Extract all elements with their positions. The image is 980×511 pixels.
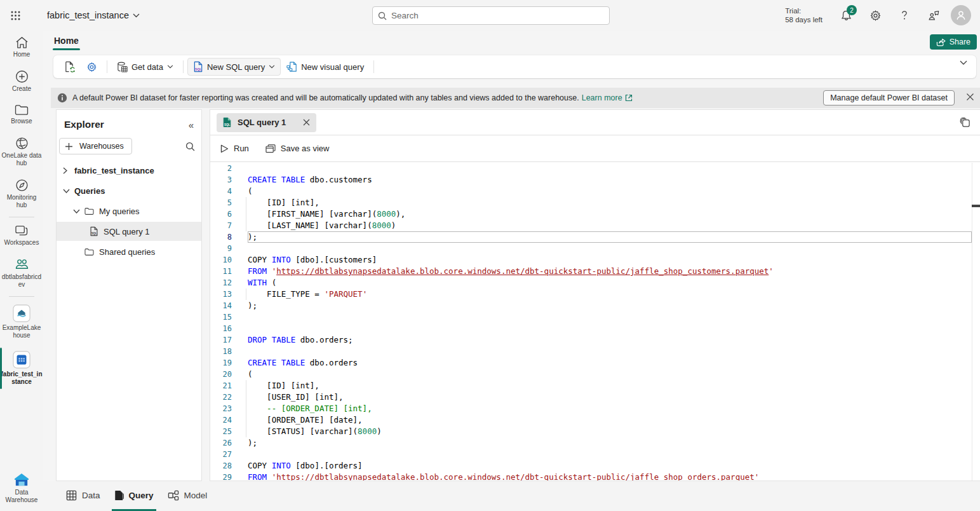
code-line-23[interactable]: 23 -- [ORDER_DATE] [int], — [210, 403, 980, 414]
tree-item-queries[interactable]: Queries — [57, 181, 201, 200]
banner-close-icon[interactable] — [966, 93, 974, 101]
code-line-8[interactable]: 8); — [210, 231, 980, 243]
code-line-22[interactable]: 22 [USER_ID] [int], — [210, 392, 980, 403]
code-line-4[interactable]: 4( — [210, 186, 980, 197]
search-input[interactable]: Search — [372, 6, 610, 25]
nav-item-browse[interactable]: Browse — [0, 99, 43, 131]
top-bar: fabric_test_instance Search Trial: 58 da… — [0, 0, 980, 31]
nav-item-examplelakehouse[interactable]: ExampleLakehouse — [0, 299, 43, 345]
help-button[interactable] — [890, 0, 919, 31]
nav-item-fabric-test-instance[interactable]: fabric_test_instance — [0, 345, 43, 392]
tab-model[interactable]: Model — [165, 482, 210, 511]
query-doc-icon — [114, 490, 124, 501]
code-line-9[interactable]: 9 — [210, 243, 980, 254]
new-sql-query-button[interactable]: SQL New SQL query — [187, 58, 281, 76]
code-line-21[interactable]: 21 [ID] [int], — [210, 380, 980, 392]
tree-item-warehouse[interactable]: fabric_test_instance — [57, 161, 201, 180]
folder-icon — [84, 207, 94, 215]
code-line-3[interactable]: 3CREATE TABLE dbo.customers — [210, 174, 980, 186]
collapse-ribbon-button[interactable] — [960, 60, 967, 65]
code-line-19[interactable]: 19CREATE TABLE dbo.orders — [210, 357, 980, 369]
code-line-18[interactable]: 18 — [210, 346, 980, 357]
gear-blue-icon — [86, 62, 97, 72]
tree-item-my-queries[interactable]: My queries — [57, 201, 201, 221]
new-visual-query-button[interactable]: New visual query — [281, 58, 370, 76]
code-line-5[interactable]: 5 [ID] [int], — [210, 197, 980, 208]
close-tab-icon[interactable] — [303, 119, 310, 126]
svg-text:SQL: SQL — [195, 67, 203, 71]
explorer-panel: Explorer « Warehouses fabric_test_instan… — [56, 109, 202, 481]
model-diagram-icon — [168, 490, 179, 501]
data-grid-icon — [66, 490, 77, 501]
menu-tab-row: Home Share — [43, 31, 980, 53]
nav-divider — [9, 217, 34, 217]
code-line-28[interactable]: 28COPY INTO [dbo].[orders] — [210, 460, 980, 472]
code-line-27[interactable]: 27 — [210, 449, 980, 460]
code-line-26[interactable]: 26); — [210, 437, 980, 449]
code-line-29[interactable]: 29FROM 'https://dbtlabsynapsedatalake.bl… — [210, 472, 980, 480]
tree-item-sql-query-1[interactable]: SQL SQL query 1 — [57, 222, 201, 241]
manage-dataset-button[interactable]: Manage default Power BI dataset — [823, 90, 955, 106]
info-icon — [57, 93, 67, 103]
code-line-14[interactable]: 14); — [210, 300, 980, 311]
sql-editor[interactable]: 23CREATE TABLE dbo.customers4(5 [ID] [in… — [210, 163, 980, 480]
run-button[interactable]: Run — [220, 144, 249, 153]
trial-status: Trial: 58 days left — [785, 6, 822, 24]
tool-settings-button[interactable] — [81, 58, 103, 76]
app-launcher-icon[interactable] — [0, 0, 30, 31]
notifications-button[interactable]: 2 — [831, 0, 861, 31]
onelake-icon — [15, 137, 29, 150]
tab-sql-query-1[interactable]: SQL SQL query 1 — [217, 113, 316, 132]
new-warehouse-button[interactable]: Warehouses — [59, 138, 132, 154]
explorer-search-icon[interactable] — [185, 142, 195, 151]
save-as-view-button[interactable]: Save as view — [265, 144, 330, 153]
code-line-13[interactable]: 13 FILE_TYPE = 'PARQUET' — [210, 289, 980, 300]
workspace-switcher[interactable]: fabric_test_instance — [47, 10, 140, 20]
editor-scrollbar[interactable] — [972, 163, 980, 480]
nav-item-onelake-data-hub[interactable]: OneLake data hub — [0, 131, 43, 173]
code-line-15[interactable]: 15 — [210, 311, 980, 323]
get-data-button[interactable]: Get data — [111, 58, 179, 76]
warehouse-icon — [13, 351, 30, 369]
chevron-down-icon — [167, 65, 173, 69]
home-icon — [15, 36, 29, 49]
collapse-explorer-icon[interactable]: « — [189, 119, 194, 130]
workspace-name: fabric_test_instance — [47, 10, 129, 20]
tab-data[interactable]: Data — [64, 482, 103, 511]
nav-item-workspaces[interactable]: Workspaces — [0, 219, 43, 252]
tab-query[interactable]: Query — [112, 482, 156, 511]
code-line-17[interactable]: 17DROP TABLE dbo.orders; — [210, 334, 980, 346]
settings-button[interactable] — [861, 0, 890, 31]
notification-badge: 2 — [847, 5, 857, 15]
data-warehouse-icon — [13, 473, 30, 487]
code-line-7[interactable]: 7 [LAST_NAME] [varchar](8000) — [210, 220, 980, 231]
code-line-20[interactable]: 20( — [210, 369, 980, 380]
code-line-16[interactable]: 16 — [210, 323, 980, 334]
code-line-11[interactable]: 11FROM 'https://dbtlabsynapsedatalake.bl… — [210, 266, 980, 277]
chevron-down-icon — [73, 209, 79, 214]
feedback-button[interactable] — [919, 0, 948, 31]
copy-stack-icon[interactable] — [960, 117, 971, 128]
refresh-button[interactable] — [58, 58, 81, 76]
code-line-25[interactable]: 25 [STATUS] [varchar](8000) — [210, 426, 980, 437]
nav-item-data-warehouse[interactable]: Data Warehouse — [0, 467, 43, 510]
nav-item-monitoring-hub[interactable]: Monitoring hub — [0, 173, 43, 215]
query-toolbar: Run Save as view — [210, 135, 980, 162]
nav-item-create[interactable]: Create — [0, 64, 43, 99]
code-line-12[interactable]: 12WITH ( — [210, 277, 980, 289]
query-tab-bar: SQL SQL query 1 — [210, 110, 980, 135]
code-line-24[interactable]: 24 [ORDER_DATE] [date], — [210, 414, 980, 426]
nav-item-dbtlabsfabricdev[interactable]: dbtlabsfabricdev — [0, 252, 43, 294]
code-line-2[interactable]: 2 — [210, 163, 980, 174]
learn-more-link[interactable]: Learn more — [582, 93, 633, 102]
tab-home[interactable]: Home — [53, 33, 80, 50]
account-avatar[interactable] — [951, 5, 971, 25]
code-line-10[interactable]: 10COPY INTO [dbo].[customers] — [210, 254, 980, 266]
folder-icon — [84, 248, 94, 256]
svg-text:SQL: SQL — [91, 232, 97, 235]
tree-item-shared-queries[interactable]: Shared queries — [57, 242, 201, 261]
share-button[interactable]: Share — [930, 34, 977, 50]
sql-file-icon: SQL — [90, 226, 98, 236]
code-line-6[interactable]: 6 [FIRST_NAME] [varchar](8000), — [210, 208, 980, 220]
nav-item-home[interactable]: Home — [0, 31, 43, 64]
